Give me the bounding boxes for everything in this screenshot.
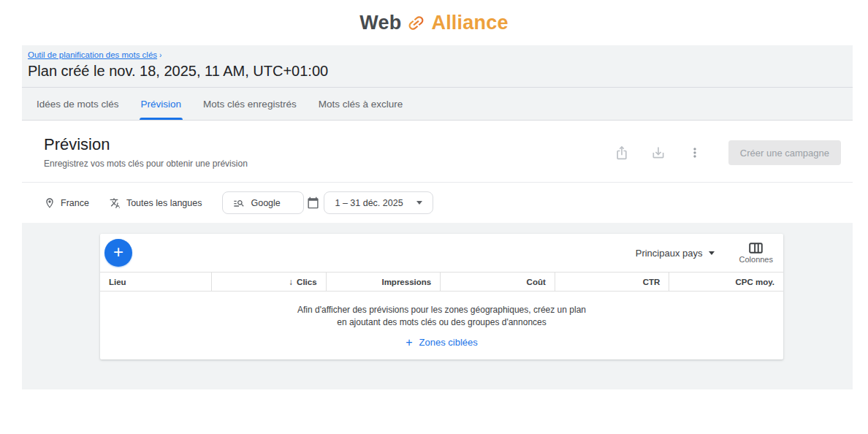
column-header-lieu[interactable]: Lieu: [100, 273, 212, 291]
logo: Web Alliance: [359, 12, 508, 34]
search-network-icon: [233, 197, 245, 209]
translate-icon: [110, 197, 121, 209]
columns-button-label: Colonnes: [739, 255, 773, 264]
plan-header: Outil de planification des mots clés› Pl…: [22, 45, 853, 88]
table-header-row: Lieu ↓Clics Impressions Coût CTR CPC moy…: [100, 272, 783, 292]
column-header-cpc-moy[interactable]: CPC moy.: [669, 273, 783, 291]
location-filter[interactable]: France: [44, 197, 89, 209]
top-countries-label: Principaux pays: [636, 248, 703, 259]
date-range-value: 1 – 31 déc. 2025: [335, 198, 403, 208]
tab-mots-cles-a-exclure[interactable]: Mots clés à exclure: [308, 88, 414, 120]
empty-state-line2: en ajoutant des mots clés ou des groupes…: [107, 316, 776, 329]
location-filter-label: France: [61, 198, 89, 208]
empty-state-line1: Afin d'afficher des prévisions pour les …: [107, 304, 776, 316]
column-header-impressions[interactable]: Impressions: [327, 273, 441, 291]
zones-ciblees-link[interactable]: + Zones ciblées: [406, 336, 478, 349]
section-title: Prévision: [44, 135, 248, 154]
columns-icon: [749, 243, 763, 254]
logo-text-alliance: Alliance: [431, 12, 508, 34]
page-title: Plan créé le nov. 18, 2025, 11 AM, UTC+0…: [28, 63, 853, 80]
column-header-cout[interactable]: Coût: [441, 273, 555, 291]
download-button[interactable]: [645, 140, 671, 166]
plus-icon: +: [113, 243, 123, 261]
column-header-clics[interactable]: ↓Clics: [212, 273, 327, 291]
plus-icon: +: [406, 336, 412, 349]
more-vert-icon: [688, 145, 702, 160]
network-select-value: Google: [251, 198, 280, 208]
share-icon: [614, 145, 629, 160]
keyword-planner-panel: Outil de planification des mots clés› Pl…: [22, 45, 853, 389]
section-actions: Créer une campagne: [609, 135, 841, 166]
table-toolbar: + Principaux pays Colonnes: [100, 234, 783, 272]
add-button[interactable]: +: [104, 239, 132, 267]
sort-descending-icon: ↓: [289, 277, 293, 287]
zones-ciblees-label: Zones ciblées: [419, 337, 478, 348]
chevron-down-icon: [709, 251, 715, 255]
filter-bar: France Toutes les langues Google 1 – 31 …: [22, 183, 853, 223]
tab-prevision[interactable]: Prévision: [130, 88, 193, 120]
calendar-icon: [307, 197, 319, 209]
tab-mots-cles-enregistres[interactable]: Mots clés enregistrés: [192, 88, 308, 120]
brand-header: Web Alliance: [0, 0, 868, 45]
chain-link-icon: [403, 9, 430, 37]
tab-bar: Idées de mots clés Prévision Mots clés e…: [22, 88, 853, 121]
share-button[interactable]: [609, 140, 635, 166]
logo-text-web: Web: [359, 12, 401, 34]
calendar-button[interactable]: [307, 197, 319, 209]
forecast-section: Prévision Enregistrez vos mots clés pour…: [22, 121, 853, 223]
forecast-section-head: Prévision Enregistrez vos mots clés pour…: [22, 121, 853, 183]
network-select[interactable]: Google: [222, 191, 304, 214]
table-empty-state: Afin d'afficher des prévisions pour les …: [100, 292, 783, 359]
download-icon: [651, 145, 666, 160]
breadcrumb: Outil de planification des mots clés›: [28, 50, 853, 59]
breadcrumb-link[interactable]: Outil de planification des mots clés: [28, 50, 157, 59]
columns-button[interactable]: Colonnes: [739, 243, 773, 264]
chevron-down-icon: [416, 201, 422, 205]
date-range-select[interactable]: 1 – 31 déc. 2025: [324, 191, 433, 214]
language-filter-label: Toutes les langues: [126, 198, 202, 208]
location-pin-icon: [44, 197, 56, 209]
language-filter[interactable]: Toutes les langues: [110, 197, 202, 209]
breadcrumb-separator: ›: [159, 51, 161, 59]
forecast-table-card: + Principaux pays Colonnes Lieu: [100, 234, 783, 359]
table-toolbar-right: Principaux pays Colonnes: [636, 243, 773, 264]
column-header-ctr[interactable]: CTR: [555, 273, 670, 291]
tab-idees-de-mots-cles[interactable]: Idées de mots clés: [26, 88, 130, 120]
more-menu-button[interactable]: [682, 140, 708, 166]
top-countries-dropdown[interactable]: Principaux pays: [636, 248, 715, 259]
section-subtitle: Enregistrez vos mots clés pour obtenir u…: [44, 159, 248, 169]
create-campaign-button[interactable]: Créer une campagne: [728, 140, 841, 165]
